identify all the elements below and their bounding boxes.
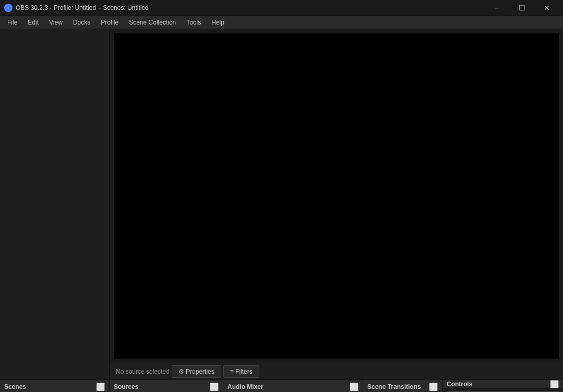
scenes-panel-title: Scenes: [4, 383, 26, 390]
main-area: No source selected ⚙ Properties ≡ Filter…: [0, 29, 563, 379]
sources-panel-header: Sources ⬜: [110, 380, 223, 392]
controls-header: Controls ⬜: [442, 380, 563, 389]
scenes-panel-header: Scenes ⬜: [0, 380, 109, 392]
window-controls: − ☐ ✕: [485, 0, 559, 16]
sources-panel: Sources ⬜ ? You don't have any sources.C…: [110, 380, 223, 392]
menu-profile[interactable]: Profile: [95, 17, 124, 28]
menu-docks[interactable]: Docks: [68, 17, 95, 28]
controls-title: Controls: [447, 381, 472, 388]
menu-tools[interactable]: Tools: [181, 17, 206, 28]
preview-canvas: [114, 33, 559, 359]
scenes-panel: Scenes ⬜ Scene + − ⧉ ∧ ∨: [0, 380, 110, 392]
menu-view[interactable]: View: [44, 17, 68, 28]
menu-scene-collection[interactable]: Scene Collection: [124, 17, 181, 28]
audio-panel-header: Audio Mixer ⬜: [223, 380, 363, 392]
audio-panel-title: Audio Mixer: [227, 383, 263, 390]
properties-button[interactable]: ⚙ Properties: [172, 365, 221, 378]
preview-area: No source selected ⚙ Properties ≡ Filter…: [110, 29, 563, 379]
transitions-panel-title: Scene Transitions: [367, 383, 421, 390]
obs-icon: [4, 4, 13, 12]
left-sidebar: [0, 29, 110, 379]
menu-file[interactable]: File: [2, 17, 22, 28]
menu-edit[interactable]: Edit: [22, 17, 44, 28]
titlebar: OBS 30.2.3 - Profile: Untitled – Scenes:…: [0, 0, 563, 16]
controls-panel: Controls ⬜ Start Streaming Start Recordi…: [442, 380, 563, 392]
restore-button[interactable]: ☐: [510, 0, 534, 16]
sources-panel-title: Sources: [114, 383, 138, 390]
transitions-panel-header: Scene Transitions ⬜: [363, 380, 442, 392]
scenes-panel-icon[interactable]: ⬜: [96, 383, 105, 391]
no-source-label: No source selected: [114, 368, 170, 375]
controls-panel-icon[interactable]: ⬜: [550, 380, 559, 388]
menu-help[interactable]: Help: [206, 17, 230, 28]
source-bar: No source selected ⚙ Properties ≡ Filter…: [110, 363, 563, 379]
audio-panel-icon[interactable]: ⬜: [350, 383, 358, 391]
close-button[interactable]: ✕: [535, 0, 559, 16]
audio-mixer-panel: Audio Mixer ⬜ Desktop Audio 0.0 dB ⋮ -60…: [223, 380, 363, 392]
bottom-panel: Scenes ⬜ Scene + − ⧉ ∧ ∨ Sources ⬜ ? You…: [0, 379, 563, 392]
filters-button[interactable]: ≡ Filters: [223, 365, 259, 378]
window-title: OBS 30.2.3 - Profile: Untitled – Scenes:…: [16, 4, 485, 11]
menubar: File Edit View Docks Profile Scene Colle…: [0, 16, 563, 29]
minimize-button[interactable]: −: [485, 0, 509, 16]
scene-transitions-panel: Scene Transitions ⬜ Fade Cut Swipe Durat…: [363, 380, 442, 392]
sources-panel-icon[interactable]: ⬜: [210, 383, 219, 391]
transitions-panel-icon[interactable]: ⬜: [429, 383, 438, 391]
